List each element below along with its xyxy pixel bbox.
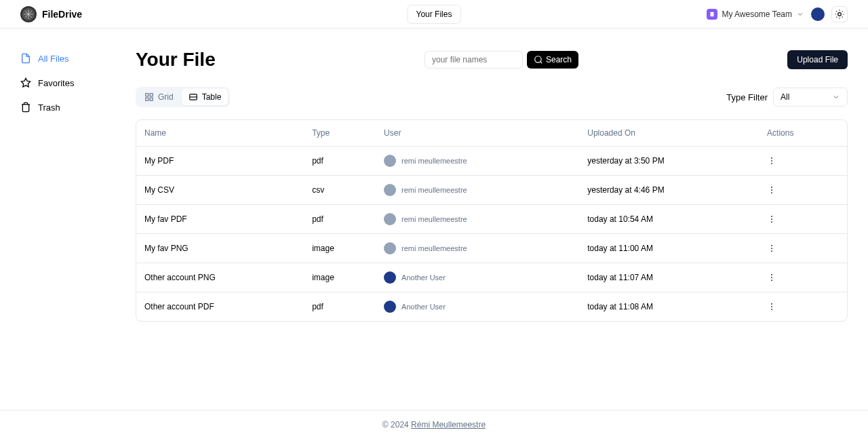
cell-name: My CSV <box>144 185 312 195</box>
header-left: FileDrive <box>20 6 82 22</box>
table-row: My PDF pdf remi meullemeestre yesterday … <box>136 146 847 175</box>
type-filter-select[interactable]: All <box>773 88 848 107</box>
table-row: My CSV csv remi meullemeestre yesterday … <box>136 175 847 204</box>
svg-point-28 <box>771 221 772 223</box>
svg-rect-17 <box>146 98 149 100</box>
cell-uploaded: today at 11:07 AM <box>587 273 767 282</box>
sidebar-item-label: Trash <box>38 102 60 113</box>
footer-copyright: © 2024 <box>382 420 411 430</box>
more-vertical-icon <box>767 185 776 195</box>
cell-name: Other account PDF <box>144 302 312 311</box>
user-avatar-icon <box>384 213 396 225</box>
row-actions-menu[interactable] <box>767 244 776 253</box>
sidebar-item-label: All Files <box>38 54 69 64</box>
page-title: Your File <box>136 49 216 71</box>
toolbar-row: Grid Table Type Filter All <box>136 87 848 107</box>
footer-author-link[interactable]: Rémi Meullemeestre <box>411 420 486 430</box>
footer: © 2024 Rémi Meullemeestre <box>0 410 868 439</box>
team-name: My Awesome Team <box>722 9 792 19</box>
cell-name: My fav PNG <box>144 244 312 253</box>
sidebar: All Files Favorites Trash <box>20 49 108 410</box>
cell-uploaded: today at 11:08 AM <box>587 302 767 311</box>
cell-actions <box>767 156 839 166</box>
col-name[interactable]: Name <box>144 128 312 138</box>
cell-actions <box>767 273 839 282</box>
table-row: My fav PNG image remi meullemeestre toda… <box>136 233 847 263</box>
col-uploaded: Uploaded On <box>587 128 767 138</box>
cell-actions <box>767 214 839 224</box>
cell-type: pdf <box>312 302 384 311</box>
sidebar-item-all-files[interactable]: All Files <box>20 53 108 64</box>
search-button[interactable]: Search <box>527 51 578 69</box>
table-row: Other account PDF pdf Another User today… <box>136 292 847 321</box>
cell-type: pdf <box>312 214 384 224</box>
sidebar-item-favorites[interactable]: Favorites <box>20 77 108 88</box>
row-actions-menu[interactable] <box>767 302 776 311</box>
col-type: Type <box>312 128 384 138</box>
your-files-link[interactable]: Your Files <box>408 5 461 24</box>
cell-actions <box>767 244 839 253</box>
svg-point-27 <box>771 218 772 220</box>
user-name: Another User <box>401 303 446 311</box>
cell-name: My fav PDF <box>144 214 312 224</box>
svg-line-13 <box>540 62 542 64</box>
header-center: Your Files <box>408 5 461 24</box>
chevron-down-icon <box>796 10 804 18</box>
user-avatar[interactable] <box>811 7 825 21</box>
team-selector[interactable]: My Awesome Team <box>707 9 804 20</box>
search-button-label: Search <box>546 55 572 64</box>
user-avatar-icon <box>384 271 396 284</box>
cell-uploaded: today at 10:54 AM <box>587 214 767 224</box>
team-badge-icon <box>707 9 717 20</box>
svg-rect-16 <box>150 98 153 100</box>
row-actions-menu[interactable] <box>767 273 776 282</box>
chevron-down-icon <box>832 93 840 101</box>
user-avatar-icon <box>384 242 396 254</box>
svg-point-33 <box>771 277 772 278</box>
user-name: remi meullemeestre <box>401 186 467 194</box>
more-vertical-icon <box>767 302 776 311</box>
svg-line-9 <box>836 16 837 17</box>
star-icon <box>20 77 31 88</box>
svg-point-21 <box>771 160 772 161</box>
svg-marker-11 <box>21 78 30 87</box>
more-vertical-icon <box>767 156 776 166</box>
svg-point-26 <box>771 216 772 217</box>
table-row: Other account PNG image Another User tod… <box>136 263 847 292</box>
table-header: Name Type User Uploaded On Actions <box>136 120 847 146</box>
upload-file-button[interactable]: Upload File <box>787 50 848 69</box>
svg-point-36 <box>771 306 772 307</box>
svg-line-5 <box>836 11 837 12</box>
cell-actions <box>767 302 839 311</box>
search-group: Search <box>425 51 578 69</box>
row-actions-menu[interactable] <box>767 214 776 224</box>
filter-label: Type Filter <box>726 92 768 102</box>
filter-group: Type Filter All <box>726 88 848 107</box>
cell-user: Another User <box>384 271 587 284</box>
view-table-label: Table <box>202 92 222 102</box>
search-icon <box>534 55 543 64</box>
main-content: All Files Favorites Trash Your File Sear… <box>0 28 868 410</box>
sidebar-item-trash[interactable]: Trash <box>20 102 108 113</box>
search-input[interactable] <box>425 51 523 69</box>
sidebar-item-label: Favorites <box>38 78 74 88</box>
user-name: remi meullemeestre <box>401 244 467 252</box>
cell-uploaded: today at 11:00 AM <box>587 244 767 253</box>
svg-point-22 <box>771 163 772 164</box>
view-table-button[interactable]: Table <box>182 89 229 105</box>
cell-type: pdf <box>312 156 384 166</box>
app-name: FileDrive <box>42 9 82 20</box>
view-grid-button[interactable]: Grid <box>138 89 180 105</box>
svg-point-20 <box>771 157 772 159</box>
cell-name: Other account PNG <box>144 273 312 282</box>
svg-rect-14 <box>146 94 149 96</box>
cell-type: image <box>312 244 384 253</box>
svg-rect-15 <box>150 94 153 96</box>
theme-toggle[interactable] <box>831 6 848 22</box>
cell-type: image <box>312 273 384 282</box>
row-actions-menu[interactable] <box>767 156 776 166</box>
content-area: Your File Search Upload File Grid Table <box>136 49 848 410</box>
trash-icon <box>20 102 31 113</box>
row-actions-menu[interactable] <box>767 185 776 195</box>
header-right: My Awesome Team <box>707 6 848 22</box>
